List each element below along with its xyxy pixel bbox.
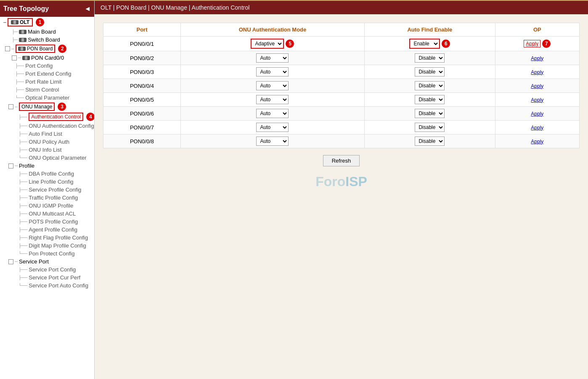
cell-auto-find-0: EnableDisable6: [365, 37, 495, 51]
tree-item-auto-find[interactable]: ├── Auto Find List: [0, 130, 94, 138]
sidebar-scroll: ─ OLT 1 ├─ Main Board ├─: [0, 17, 94, 372]
auto-find-label: Auto Find List: [29, 131, 62, 137]
tree-item-main-board[interactable]: ├─ Main Board: [0, 28, 94, 36]
pon-board-box[interactable]: PON Board: [16, 45, 55, 53]
cell-port-3: PON0/0/4: [103, 79, 181, 93]
pon-card-checkbox[interactable]: [12, 55, 17, 61]
tree-item-line[interactable]: ├── Line Profile Config: [0, 178, 94, 186]
olt-node-box[interactable]: OLT: [8, 18, 33, 26]
tree-item-olt[interactable]: ─ OLT 1: [0, 17, 94, 28]
select-auto-find-0[interactable]: EnableDisable: [409, 39, 440, 49]
tree-item-right-flag[interactable]: ├── Right Flag Profile Config: [0, 234, 94, 242]
agent-label: Agent Profile Config: [29, 226, 77, 233]
tree-item-pots[interactable]: ├── POTS Profile Config: [0, 218, 94, 226]
select-auto-find-7[interactable]: EnableDisable: [415, 137, 445, 146]
cell-auth-mode-2: AdaptiveAutoManual: [180, 65, 364, 79]
apply-link-2[interactable]: Apply: [531, 69, 543, 75]
tree-item-port-rate[interactable]: ├── Port Rate Limit: [0, 78, 94, 86]
cell-port-2: PON0/0/3: [103, 65, 181, 79]
select-auth-mode-3[interactable]: AdaptiveAutoManual: [256, 81, 289, 90]
badge-4: 4: [86, 113, 94, 121]
select-auto-find-2[interactable]: EnableDisable: [415, 67, 445, 76]
table-container: Port ONU Authentication Mode Auto Find E…: [95, 14, 588, 379]
cell-op-4: Apply: [495, 93, 579, 107]
optical-label: Optical Parameter: [25, 95, 69, 101]
select-auth-mode-1[interactable]: AdaptiveAutoManual: [256, 53, 289, 63]
auth-ctrl-box[interactable]: Authentication Control: [29, 113, 83, 121]
apply-link-5[interactable]: Apply: [531, 111, 543, 117]
tree-item-sp-auto[interactable]: └── Service Port Auto Config: [0, 282, 94, 290]
cell-auto-find-5: EnableDisable: [365, 107, 495, 121]
tree-item-storm[interactable]: ├── Storm Control: [0, 86, 94, 94]
onu-manage-box[interactable]: ONU Manage: [19, 103, 55, 111]
tree-item-auth-control[interactable]: ├── Authentication Control 4: [0, 112, 94, 122]
select-auth-mode-6[interactable]: AdaptiveAutoManual: [256, 123, 289, 132]
tree-item-service-profile[interactable]: ├── Service Profile Config: [0, 186, 94, 194]
tree-item-onu-auth-config[interactable]: ├── ONU Authentication Config: [0, 122, 94, 130]
service-port-label: Service Port: [19, 258, 49, 265]
select-auto-find-5[interactable]: EnableDisable: [415, 109, 445, 118]
tree-item-pon-card[interactable]: ─ PON Card0/0: [0, 54, 94, 62]
tree-item-sp-config[interactable]: ├── Service Port Config: [0, 266, 94, 274]
apply-link-3[interactable]: Apply: [531, 83, 543, 89]
table-row: PON0/0/8AdaptiveAutoManualEnableDisableA…: [103, 134, 580, 148]
cell-port-0: PON0/0/1: [103, 37, 181, 51]
sp-cur-perf-label: Service Port Cur Perf: [29, 274, 80, 281]
tree-item-service-port[interactable]: ─ Service Port: [0, 258, 94, 266]
tree-item-pon-protect[interactable]: └── Pon Protect Config: [0, 250, 94, 258]
profile-checkbox[interactable]: [8, 163, 13, 168]
cell-port-7: PON0/0/8: [103, 134, 181, 148]
tree-item-profile[interactable]: ─ Profile: [0, 162, 94, 170]
collapse-icon[interactable]: ◄: [84, 5, 91, 13]
table-row: PON0/0/1AdaptiveAutoManual5EnableDisable…: [103, 37, 580, 51]
table-row: PON0/0/4AdaptiveAutoManualEnableDisableA…: [103, 79, 580, 93]
select-auto-find-4[interactable]: EnableDisable: [415, 95, 445, 104]
pon-board-checkbox[interactable]: [5, 46, 10, 51]
tree-item-port-extend[interactable]: ├── Port Extend Config: [0, 70, 94, 78]
tree-item-multicast[interactable]: ├── ONU Multicast ACL: [0, 210, 94, 218]
select-auth-mode-5[interactable]: AdaptiveAutoManual: [256, 109, 289, 118]
tree-item-optical[interactable]: └── Optical Parameter: [0, 94, 94, 102]
cell-auto-find-4: EnableDisable: [365, 93, 495, 107]
tree-item-igmp[interactable]: ├── ONU IGMP Profile: [0, 202, 94, 210]
select-auto-find-1[interactable]: EnableDisable: [415, 53, 445, 63]
select-auth-mode-0[interactable]: AdaptiveAutoManual: [251, 39, 284, 49]
tree-item-port-config[interactable]: ├── Port Config: [0, 62, 94, 70]
tree-item-onu-info[interactable]: ├── ONU Info List: [0, 146, 94, 154]
cell-op-0: Apply7: [495, 37, 579, 51]
tree-item-sp-cur-perf[interactable]: ├── Service Port Cur Perf: [0, 274, 94, 282]
tree-item-pon-board[interactable]: ─ PON Board 2: [0, 44, 94, 54]
port-config-label: Port Config: [25, 63, 53, 69]
select-auth-mode-4[interactable]: AdaptiveAutoManual: [256, 95, 289, 104]
service-port-checkbox[interactable]: [8, 259, 13, 264]
tree-item-agent[interactable]: ├── Agent Profile Config: [0, 226, 94, 234]
tree-item-switch-board[interactable]: ├─ Switch Board: [0, 36, 94, 44]
apply-link-1[interactable]: Apply: [531, 55, 543, 61]
tree-item-digit-map[interactable]: ├── Digit Map Profile Config: [0, 242, 94, 250]
badge-2: 2: [58, 45, 66, 53]
badge-3: 3: [58, 103, 66, 111]
traffic-label: Traffic Profile Config: [29, 195, 78, 201]
select-auth-mode-7[interactable]: AdaptiveAutoManual: [256, 137, 289, 146]
cell-auth-mode-3: AdaptiveAutoManual: [180, 79, 364, 93]
refresh-button[interactable]: Refresh: [323, 155, 360, 166]
olt-label: OLT: [20, 19, 29, 25]
tree-item-onu-policy[interactable]: ├── ONU Policy Auth: [0, 138, 94, 146]
tree-item-traffic[interactable]: ├── Traffic Profile Config: [0, 194, 94, 202]
col-header-auth-mode: ONU Authentication Mode: [180, 23, 364, 37]
apply-link-0[interactable]: Apply: [524, 40, 540, 47]
tree-item-dba[interactable]: ├── DBA Profile Config: [0, 170, 94, 178]
apply-link-7[interactable]: Apply: [531, 139, 543, 145]
tree-item-onu-manage[interactable]: ─ ONU Manage 3: [0, 102, 94, 112]
pon-board-label: PON Board: [27, 46, 53, 52]
digit-map-label: Digit Map Profile Config: [29, 242, 86, 249]
select-auto-find-6[interactable]: EnableDisable: [415, 123, 445, 132]
select-auto-find-3[interactable]: EnableDisable: [415, 81, 445, 90]
breadcrumb: OLT | PON Board | ONU Manage | Authentic…: [95, 1, 588, 14]
apply-link-4[interactable]: Apply: [531, 97, 543, 103]
tree-item-onu-optical[interactable]: └── ONU Optical Parameter: [0, 154, 94, 162]
select-auth-mode-2[interactable]: AdaptiveAutoManual: [256, 67, 289, 76]
apply-link-6[interactable]: Apply: [531, 125, 543, 131]
onu-manage-checkbox[interactable]: [8, 104, 13, 109]
pon-card-label: PON Card0/0: [31, 55, 64, 61]
